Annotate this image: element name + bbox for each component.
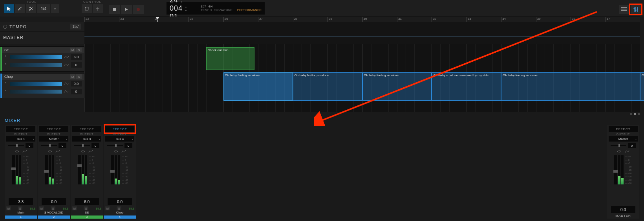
pan-slider[interactable]: [8, 145, 24, 146]
fader[interactable]: [614, 155, 617, 184]
loop-button[interactable]: [82, 4, 92, 13]
pan-value[interactable]: 0: [124, 143, 132, 148]
arrangement[interactable]: Check one twoOh baby feeling so aloneOh …: [84, 44, 640, 112]
mixer-view-button[interactable]: [631, 5, 641, 14]
play-button[interactable]: [121, 5, 132, 14]
write-automation-icon[interactable]: [55, 150, 60, 153]
fader[interactable]: [45, 155, 48, 184]
pan-slider[interactable]: [41, 145, 57, 146]
volume-value[interactable]: 6.0: [71, 54, 82, 60]
channel-name: Chop: [104, 211, 136, 215]
arrow-tool[interactable]: [4, 4, 14, 13]
pencil-tool[interactable]: [15, 4, 25, 13]
ruler-bar: 25: [188, 17, 193, 22]
automation-icon[interactable]: [64, 90, 69, 94]
twisty-icon[interactable]: ˄: [4, 82, 8, 86]
output-select[interactable]: Master: [39, 136, 68, 142]
clip[interactable]: Oh baby so alone come and by my side: [432, 72, 501, 101]
automation-icon[interactable]: [64, 63, 69, 67]
quantize-chevron[interactable]: [51, 4, 59, 13]
mute-button[interactable]: M: [6, 206, 11, 210]
gain-value[interactable]: 6.0: [75, 198, 99, 205]
write-automation-icon[interactable]: [88, 150, 93, 153]
clip[interactable]: Oh baby feeling so alone: [362, 72, 432, 101]
gain-value[interactable]: 3.3: [9, 198, 33, 205]
solo-button[interactable]: S: [84, 206, 88, 210]
twisty-icon[interactable]: ˄: [4, 90, 8, 94]
gain-value[interactable]: 0.0: [108, 198, 132, 205]
pan-slider[interactable]: [107, 145, 123, 146]
automation-row: [5, 149, 37, 154]
effect-button[interactable]: EFFECT: [72, 126, 101, 132]
stop-button[interactable]: [109, 5, 120, 14]
read-automation-icon[interactable]: [113, 150, 118, 153]
tempo-value[interactable]: 157: [70, 24, 81, 29]
effect-button[interactable]: EFFECT: [105, 126, 134, 132]
mute-button[interactable]: M: [72, 206, 77, 210]
scissors-tool[interactable]: [26, 4, 36, 13]
gain-value[interactable]: 0.0: [42, 198, 66, 205]
solo-button[interactable]: S: [76, 74, 82, 79]
volume-meter[interactable]: [10, 82, 62, 86]
output-select[interactable]: Bus 4: [105, 136, 134, 142]
clip[interactable]: Oh baby feeling so alone: [501, 72, 640, 101]
effect-button[interactable]: EFFECT: [609, 126, 638, 132]
pan-value[interactable]: 0: [26, 143, 33, 148]
write-automation-icon[interactable]: [121, 150, 126, 153]
write-automation-icon[interactable]: [625, 150, 629, 153]
pan-value[interactable]: 0: [71, 89, 82, 94]
read-automation-icon[interactable]: [48, 150, 52, 153]
playhead[interactable]: [156, 17, 159, 20]
clip[interactable]: Oh baby feeling so alone: [293, 72, 362, 101]
solo-button[interactable]: S: [117, 206, 121, 210]
record-button[interactable]: [133, 5, 144, 14]
clip[interactable]: Oh baby feeli: [640, 72, 644, 101]
read-automation-icon[interactable]: [80, 150, 85, 153]
solo-button[interactable]: S: [51, 206, 55, 210]
pan-slider[interactable]: [10, 63, 62, 67]
fader[interactable]: [78, 155, 81, 184]
output-select[interactable]: Master: [609, 136, 638, 142]
effect-button[interactable]: EFFECT: [39, 126, 68, 132]
solo-button[interactable]: S: [18, 206, 22, 210]
fader[interactable]: [111, 155, 114, 184]
snap-button[interactable]: [93, 4, 103, 13]
pan-value[interactable]: 0: [59, 143, 66, 148]
pan-value[interactable]: 0: [628, 143, 636, 148]
volume-meter[interactable]: [10, 55, 62, 59]
track-name[interactable]: Chop: [4, 75, 69, 79]
volume-value[interactable]: 0.0: [71, 81, 82, 87]
track[interactable]: SE M S ˄ 6.0 ˄ 0: [0, 46, 84, 72]
mute-button[interactable]: M: [39, 206, 44, 210]
effect-button[interactable]: EFFECT: [6, 126, 35, 132]
automation-icon[interactable]: [64, 55, 69, 59]
clip[interactable]: Oh baby feeling so alone: [223, 72, 293, 101]
twisty-icon[interactable]: ˄: [4, 55, 8, 59]
write-automation-icon[interactable]: [22, 150, 27, 153]
twisty-icon[interactable]: ˄: [4, 63, 8, 67]
pan-slider[interactable]: [74, 145, 90, 146]
ruler[interactable]: 22232425262728293031323334353637: [84, 17, 640, 22]
gain-value[interactable]: 0.0: [611, 206, 635, 213]
counter-sig-label: SIGNATURE: [214, 8, 232, 12]
quantize-select[interactable]: 1/4: [37, 4, 50, 13]
hscroll-indicator[interactable]: [84, 112, 640, 116]
output-select[interactable]: Bus 1: [6, 136, 35, 142]
mute-button[interactable]: M: [105, 206, 110, 210]
read-automation-icon[interactable]: [15, 150, 19, 153]
track[interactable]: Chop M S ˄ 0.0 ˄ 0: [0, 73, 84, 98]
pan-slider[interactable]: [10, 90, 62, 94]
list-view-button[interactable]: [619, 5, 629, 14]
pan-value[interactable]: 0: [91, 143, 99, 148]
clip[interactable]: Check one two: [206, 47, 255, 70]
mute-button[interactable]: M: [70, 48, 75, 52]
solo-button[interactable]: S: [76, 48, 82, 52]
pan-value[interactable]: 0: [71, 62, 82, 68]
automation-icon[interactable]: [64, 82, 69, 86]
pan-slider[interactable]: [611, 145, 626, 146]
track-name[interactable]: SE: [4, 48, 69, 52]
fader[interactable]: [12, 155, 15, 184]
output-select[interactable]: Bus 3: [72, 136, 101, 142]
read-automation-icon[interactable]: [617, 150, 622, 153]
mute-button[interactable]: M: [70, 74, 75, 79]
